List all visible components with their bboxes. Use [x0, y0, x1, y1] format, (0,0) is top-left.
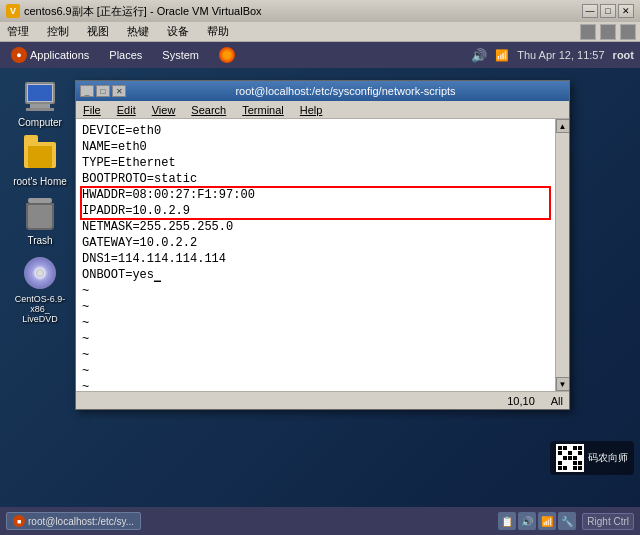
vbox-window-controls: — □ ✕	[582, 4, 634, 18]
terminal-title: root@localhost:/etc/sysconfig/network-sc…	[126, 85, 565, 97]
highlighted-section: HWADDR=08:00:27:F1:97:00 IPADDR=10.0.2.9	[82, 187, 549, 219]
trash-icon-img	[22, 196, 58, 232]
statusbar-mode: All	[551, 395, 563, 407]
watermark: 码农向师	[550, 441, 634, 475]
desktop-icon-computer[interactable]: Computer	[4, 78, 76, 129]
terminal-window: _ □ ✕ root@localhost:/etc/sysconfig/netw…	[75, 80, 570, 410]
right-ctrl-label: Right Ctrl	[582, 513, 634, 530]
qr-code	[556, 444, 584, 472]
terminal-line-5: IPADDR=10.0.2.9	[82, 203, 549, 219]
vbox-close-btn[interactable]: ✕	[618, 4, 634, 18]
vbox-toolbar-icon1[interactable]	[580, 24, 596, 40]
cursor-position: 10,10	[507, 395, 535, 407]
terminal-empty-2: ~	[82, 299, 549, 315]
trash-icon-label: Trash	[25, 234, 54, 247]
terminal-line-0: DEVICE=eth0	[82, 123, 549, 139]
sys-icon-2[interactable]: 🔊	[518, 512, 536, 530]
desktop-icon-dvd[interactable]: CentOS-6.9-x86_LiveDVD	[4, 255, 76, 325]
vbox-app-icon: V	[6, 4, 20, 18]
terminal-line-6: NETMASK=255.255.255.0	[82, 219, 549, 235]
scrollbar-track	[556, 133, 570, 377]
scrollbar-down-btn[interactable]: ▼	[556, 377, 570, 391]
terminal-titlebar: _ □ ✕ root@localhost:/etc/sysconfig/netw…	[76, 81, 569, 101]
terminal-line-3: BOOTPROTO=static	[82, 171, 549, 187]
terminal-line-2: TYPE=Ethernet	[82, 155, 549, 171]
vbox-toolbar-icon2[interactable]	[600, 24, 616, 40]
vbox-menubar: 管理 控制 视图 热键 设备 帮助	[0, 22, 640, 42]
desktop-icon-trash[interactable]: Trash	[4, 196, 76, 247]
vbox-title: centos6.9副本 [正在运行] - Oracle VM VirtualBo…	[24, 4, 578, 19]
network-icon[interactable]: 📶	[495, 49, 509, 62]
firefox-btn[interactable]	[214, 45, 240, 65]
terminal-line-8: DNS1=114.114.114.114	[82, 251, 549, 267]
terminal-empty-5: ~	[82, 347, 549, 363]
vbox-menu-help[interactable]: 帮助	[204, 23, 232, 40]
vbox-menu-hotkey[interactable]: 热键	[124, 23, 152, 40]
terminal-empty-4: ~	[82, 331, 549, 347]
system-menu[interactable]: System	[157, 45, 204, 65]
taskbar-terminal-item[interactable]: ■ root@localhost:/etc/sy...	[6, 512, 141, 530]
terminal-menu-search[interactable]: Search	[188, 103, 229, 117]
watermark-text: 码农向师	[588, 451, 628, 465]
clock-display: Thu Apr 12, 11:57	[517, 49, 604, 61]
taskbar-item-label: root@localhost:/etc/sy...	[28, 516, 134, 527]
places-menu[interactable]: Places	[104, 45, 147, 65]
terminal-menu-edit[interactable]: Edit	[114, 103, 139, 117]
sys-icon-4[interactable]: 🔧	[558, 512, 576, 530]
applications-icon: ●	[11, 47, 27, 63]
vbox-titlebar: V centos6.9副本 [正在运行] - Oracle VM Virtual…	[0, 0, 640, 22]
panel-right: 🔊 📶 Thu Apr 12, 11:57 root	[471, 48, 634, 63]
vbox-menu-device[interactable]: 设备	[164, 23, 192, 40]
computer-icon-label: Computer	[16, 116, 64, 129]
home-icon-label: root's Home	[11, 175, 69, 188]
centos-top-panel: ● Applications Places System 🔊 📶	[0, 42, 640, 68]
taskbar-right: 📋 🔊 📶 🔧 Right Ctrl	[498, 512, 634, 530]
vbox-menu-view[interactable]: 视图	[84, 23, 112, 40]
sys-tray-icons: 📋 🔊 📶 🔧	[498, 512, 576, 530]
terminal-line-4: HWADDR=08:00:27:F1:97:00	[82, 187, 549, 203]
terminal-content[interactable]: DEVICE=eth0 NAME=eth0 TYPE=Ethernet BOOT…	[76, 119, 555, 391]
panel-user: root	[613, 49, 634, 61]
sys-icon-1[interactable]: 📋	[498, 512, 516, 530]
taskbar-terminal-icon: ■	[13, 515, 25, 527]
desktop-icons-container: Computer root's Home	[0, 68, 80, 507]
terminal-menu-terminal[interactable]: Terminal	[239, 103, 287, 117]
vbox-maximize-btn[interactable]: □	[600, 4, 616, 18]
firefox-icon	[219, 47, 235, 63]
terminal-menu-help[interactable]: Help	[297, 103, 326, 117]
vbox-minimize-btn[interactable]: —	[582, 4, 598, 18]
terminal-menu-view[interactable]: View	[149, 103, 179, 117]
terminal-close-btn[interactable]: ✕	[112, 85, 126, 97]
virtualbox-window: V centos6.9副本 [正在运行] - Oracle VM Virtual…	[0, 0, 640, 535]
panel-left: ● Applications Places System	[6, 45, 471, 65]
terminal-body: DEVICE=eth0 NAME=eth0 TYPE=Ethernet BOOT…	[76, 119, 569, 391]
dvd-icon-img	[22, 255, 58, 291]
terminal-menu-file[interactable]: File	[80, 103, 104, 117]
guest-os-area: ● Applications Places System 🔊 📶	[0, 42, 640, 535]
dvd-icon-label: CentOS-6.9-x86_LiveDVD	[4, 293, 76, 325]
terminal-line-7: GATEWAY=10.0.2.2	[82, 235, 549, 251]
terminal-empty-3: ~	[82, 315, 549, 331]
terminal-line-1: NAME=eth0	[82, 139, 549, 155]
centos-taskbar: ■ root@localhost:/etc/sy... 📋 🔊 📶 🔧 Righ…	[0, 507, 640, 535]
places-label: Places	[109, 49, 142, 61]
terminal-menubar: File Edit View Search Terminal Help	[76, 101, 569, 119]
terminal-empty-1: ~	[82, 283, 549, 299]
terminal-minimize-btn[interactable]: _	[80, 85, 94, 97]
applications-menu[interactable]: ● Applications	[6, 45, 94, 65]
vbox-menu-control[interactable]: 控制	[44, 23, 72, 40]
vbox-menu-manage[interactable]: 管理	[4, 23, 32, 40]
home-icon-img	[22, 137, 58, 173]
scrollbar-up-btn[interactable]: ▲	[556, 119, 570, 133]
sys-icon-3[interactable]: 📶	[538, 512, 556, 530]
terminal-scrollbar: ▲ ▼	[555, 119, 569, 391]
terminal-window-controls: _ □ ✕	[80, 85, 126, 97]
terminal-empty-6: ~	[82, 363, 549, 379]
terminal-maximize-btn[interactable]: □	[96, 85, 110, 97]
desktop-icon-home[interactable]: root's Home	[4, 137, 76, 188]
terminal-statusbar: 10,10 All	[76, 391, 569, 409]
vbox-toolbar-icon3[interactable]	[620, 24, 636, 40]
sound-icon[interactable]: 🔊	[471, 48, 487, 63]
system-label: System	[162, 49, 199, 61]
computer-icon-img	[22, 78, 58, 114]
